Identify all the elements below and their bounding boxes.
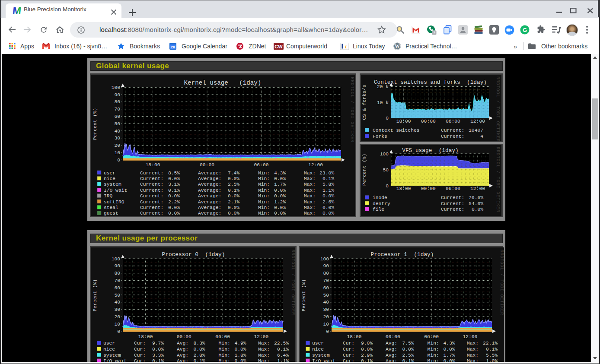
svg-text:Current:: Current: [441, 195, 464, 200]
svg-text:06:00: 06:00 [446, 119, 460, 124]
svg-text:file: file [373, 207, 384, 212]
svg-text:Max:: Max: [467, 347, 479, 352]
svg-text:06:00: 06:00 [254, 162, 269, 168]
svg-text:nice: nice [103, 347, 115, 352]
svg-text:1.1%: 1.1% [322, 188, 334, 193]
svg-text:nice: nice [104, 176, 115, 181]
svg-text:40: 40 [323, 300, 329, 305]
svg-text:1.2%: 1.2% [274, 199, 286, 205]
svg-text:Current:: Current: [441, 207, 464, 212]
svg-text:90: 90 [114, 92, 120, 98]
svg-text:20 k: 20 k [377, 84, 389, 89]
svg-text:Min:: Min: [219, 353, 230, 358]
svg-text:0.0%: 0.0% [168, 211, 180, 216]
svg-text:RRDTOOL / TOBI OETIKER: RRDTOOL / TOBI OETIKER [495, 76, 501, 141]
svg-text:system: system [103, 353, 121, 358]
svg-text:70: 70 [114, 107, 120, 112]
svg-text:Cur:: Cur: [343, 347, 354, 352]
svg-text:00:00: 00:00 [177, 334, 191, 339]
svg-text:dentry: dentry [373, 201, 390, 206]
svg-text:IRQ: IRQ [104, 193, 113, 199]
svg-text:G: G [523, 27, 527, 33]
svg-text:inode: inode [373, 195, 387, 200]
svg-text:5.5%: 5.5% [486, 353, 498, 358]
svg-text:0.1%: 0.1% [277, 347, 289, 352]
svg-text:nice: nice [312, 347, 324, 352]
svg-text:40: 40 [114, 300, 120, 305]
svg-text:10: 10 [114, 150, 120, 155]
svg-text:30: 30 [323, 307, 329, 312]
svg-text:0.0%: 0.0% [228, 205, 239, 210]
svg-text:70: 70 [114, 278, 120, 283]
svg-text:0: 0 [117, 329, 120, 334]
svg-text:Avg:: Avg: [386, 347, 397, 352]
svg-text:Current:: Current: [140, 205, 163, 210]
svg-text:80: 80 [114, 271, 120, 276]
svg-text:Min:: Min: [258, 199, 270, 205]
svg-text:0: 0 [326, 329, 329, 334]
svg-text:20: 20 [114, 143, 120, 148]
svg-text:10407: 10407 [469, 128, 483, 133]
svg-text:100: 100 [320, 256, 329, 262]
svg-text:100: 100 [112, 256, 121, 262]
svg-text:1.8%: 1.8% [234, 353, 246, 358]
svg-text:2.1%: 2.1% [228, 199, 239, 205]
svg-text:Min:: Min: [258, 182, 270, 187]
svg-text:2.8%: 2.8% [193, 353, 205, 358]
svg-text:W: W [395, 44, 400, 49]
svg-text:Max:: Max: [258, 353, 270, 358]
svg-text:2.6%: 2.6% [322, 199, 334, 205]
svg-text:Min:: Min: [428, 347, 439, 352]
svg-text:Cur:: Cur: [134, 347, 146, 352]
svg-text:7.4%: 7.4% [228, 171, 239, 176]
svg-text:Average:: Average: [198, 205, 221, 210]
svg-text:0.0%: 0.0% [228, 211, 239, 216]
svg-text:40: 40 [114, 129, 120, 134]
svg-text:9.0%: 9.0% [361, 341, 373, 346]
svg-text:0.0%: 0.0% [322, 211, 334, 216]
svg-text:12:00: 12:00 [308, 162, 323, 168]
svg-text:RRDTOOL / TOBI OETIKER: RRDTOOL / TOBI OETIKER [495, 147, 501, 212]
svg-text:0.0%: 0.0% [234, 347, 246, 352]
svg-text:1.7%: 1.7% [274, 182, 286, 187]
svg-text:7.5%: 7.5% [402, 341, 414, 346]
svg-text:Max:: Max: [304, 205, 316, 210]
svg-text:Min:: Min: [258, 205, 270, 210]
svg-text:18:00: 18:00 [396, 119, 411, 124]
svg-text:0.0%: 0.0% [152, 347, 164, 352]
svg-text:RRDTOOL / TOBI OETIKER: RRDTOOL / TOBI OETIKER [290, 250, 295, 315]
svg-text:Percent (%): Percent (%) [93, 108, 98, 140]
svg-text:90: 90 [323, 263, 329, 269]
svg-text:8.5%: 8.5% [168, 171, 180, 176]
svg-text:CS & forks/s: CS & forks/s [362, 85, 367, 120]
svg-text:Max:: Max: [304, 211, 316, 216]
svg-text:1.7%: 1.7% [443, 353, 455, 358]
svg-text:3.3%: 3.3% [152, 353, 164, 358]
svg-text:Cur:: Cur: [134, 353, 146, 358]
svg-text:00:00: 00:00 [200, 162, 214, 168]
svg-text:5.8%: 5.8% [322, 182, 334, 187]
svg-text:?: ? [433, 31, 436, 35]
svg-text:0.0%: 0.0% [274, 188, 286, 193]
svg-text:18:00: 18:00 [396, 186, 411, 191]
svg-text:0.0%: 0.0% [168, 193, 180, 199]
svg-text:Current:: Current: [140, 199, 163, 205]
svg-text:Min:: Min: [258, 188, 270, 193]
svg-text:Max:: Max: [304, 171, 316, 176]
svg-text:0.1%: 0.1% [228, 188, 239, 193]
svg-text:50: 50 [383, 168, 389, 173]
svg-text:10: 10 [323, 322, 329, 327]
svg-text:Max:: Max: [304, 193, 316, 199]
svg-text:Forks: Forks [373, 134, 387, 139]
svg-text:54.0%: 54.0% [469, 201, 483, 206]
svg-text:Current:: Current: [441, 201, 464, 206]
svg-text:Cur:: Cur: [343, 353, 354, 358]
svg-text:0: 0 [386, 116, 389, 121]
svg-text:70.6%: 70.6% [469, 195, 483, 200]
svg-text:Processor 0 (1day): Processor 0 (1day) [162, 251, 225, 258]
svg-text:Average:: Average: [198, 199, 221, 205]
svg-text:Max:: Max: [304, 188, 316, 193]
svg-text:100: 100 [112, 85, 121, 90]
svg-text:Average:: Average: [198, 176, 221, 181]
svg-text:0.0%: 0.0% [168, 176, 180, 181]
